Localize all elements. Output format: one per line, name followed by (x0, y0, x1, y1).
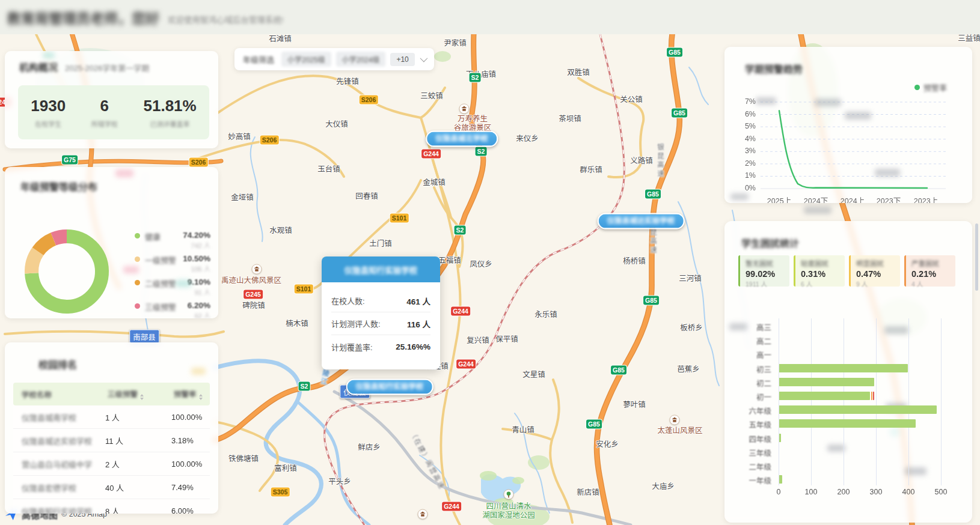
stat-schools-label: 所辖学校 (91, 119, 118, 129)
glass-blur-blob (43, 52, 55, 58)
legend-values: 74.20%742 人 (183, 231, 210, 250)
legend-count: 742 人 (183, 240, 210, 250)
legend-count: 62 人 (188, 311, 210, 318)
legend-label: 三级预警 (145, 301, 176, 312)
trend-ytick-label: 2% (732, 159, 756, 168)
distress-card-label: 明显困扰 (856, 258, 900, 268)
glass-blur-blob (115, 169, 133, 177)
table-row[interactable]: 营山县白马初级中学2 人100.00% (13, 452, 210, 476)
marker-school-name: 仪陇县城达实验学校 (607, 217, 675, 225)
distress-card-count: 4 人 (911, 279, 955, 288)
trend-legend-item[interactable]: 预警率 (914, 82, 947, 93)
bar-category-label: 初一 (726, 391, 771, 402)
bar-xtick-label: 300 (864, 488, 888, 496)
bar-xtick-label: 500 (929, 488, 953, 496)
trend-ytick-label: 4% (732, 135, 756, 143)
sort-icon[interactable] (199, 394, 203, 400)
glass-blur-blob (815, 99, 841, 106)
table-row[interactable]: 仪陇县城达实验学校11 人3.18% (13, 429, 210, 452)
glass-blur-blob (884, 326, 908, 334)
school-map-marker[interactable]: 仪陇县城达实验学校 (598, 213, 685, 229)
col-school-name: 学校名称 (13, 389, 108, 400)
bar-value (779, 364, 908, 372)
bar-category-label: 一年级 (726, 475, 771, 486)
school-map-marker[interactable]: 仪陇县知行实验学校 (346, 379, 433, 395)
school-map-marker[interactable]: 仪陇县城北学校 (426, 131, 498, 147)
grid-line (779, 318, 779, 485)
grade-filter-more-tag[interactable]: +10 (390, 53, 414, 66)
distress-card-label: 轻度困扰 (801, 258, 845, 268)
stat-coverage-label: 已测评覆盖率 (143, 119, 196, 129)
distress-card-count: 9 人 (856, 279, 900, 288)
table-row[interactable]: 仪陇县城南学校1 人100.00% (13, 405, 210, 429)
school-name-cell: 仪陇县知行实验学校 (13, 505, 105, 514)
grid-line (908, 318, 909, 485)
legend-percent: 74.20% (183, 231, 210, 240)
table-row[interactable]: 仪陇县宏德学校40 人7.49% (13, 476, 210, 499)
school-ranking-title: 校园排名 (38, 357, 77, 371)
warning-count-cell: 8 人 (105, 505, 171, 514)
stat-students: 1930 在校学生 (31, 97, 66, 129)
legend-item[interactable]: 一级预警10.50%105 人 (135, 254, 210, 273)
greeting-text: 教育局管理员老师，您好 (7, 7, 159, 28)
popup-header: 仪陇县知行实验学校 (322, 256, 440, 282)
panel-school-ranking: 校园排名 学校名称 三级预警 预警率 仪陇县城南学校1 人100.00%仪陇县城… (5, 342, 218, 514)
grid-line (844, 318, 844, 485)
trend-xtick-label: 2023上 (908, 195, 944, 203)
legend-item[interactable]: 二级预警9.10%91 人 (135, 278, 210, 297)
trend-ytick-label: 3% (732, 147, 756, 155)
trend-xtick-label: 2024上 (835, 195, 871, 203)
sort-icon[interactable] (140, 394, 144, 400)
marker-school-name: 仪陇县城北学校 (435, 135, 488, 143)
trend-ytick-label: 1% (732, 171, 756, 180)
glass-blur-blob (845, 112, 871, 120)
warning-count-cell: 11 人 (105, 435, 171, 446)
col-warning-rate[interactable]: 预警率 (174, 388, 210, 400)
warning-donut-chart (22, 226, 112, 317)
warning-rate-cell: 3.18% (171, 436, 210, 445)
grade-filter-tag[interactable]: 小学2024级 (336, 52, 386, 67)
table-row[interactable]: 仪陇县知行实验学校8 人6.00% (13, 499, 210, 514)
glass-blur-blob (756, 97, 776, 105)
legend-percent: 10.50% (183, 254, 210, 263)
legend-count: 105 人 (183, 264, 210, 273)
popup-row-planned: 计划测评人数:116 人 (331, 312, 430, 335)
org-overview-title: 机构概况 (19, 59, 58, 74)
glass-blur-blob (176, 280, 191, 287)
distress-card-label: 严重困扰 (911, 258, 955, 268)
distress-card: 轻度困扰0.31%6 人 (794, 255, 845, 287)
legend-values: 6.20%62 人 (188, 301, 210, 318)
bar-category-label: 六年级 (726, 405, 771, 416)
bar-category-label: 二年级 (726, 461, 771, 472)
panel-org-overview: 机构概况 2025-2026学年第一学期 1930 在校学生 6 所辖学校 51… (5, 51, 218, 148)
distress-card: 明显困扰0.47%9 人 (849, 255, 900, 287)
warning-rate-cell: 7.49% (171, 483, 210, 492)
grade-filter-bar[interactable]: 年级筛选 小学2025级 小学2024级 +10 (234, 48, 434, 70)
school-name-cell: 营山县白马初级中学 (13, 458, 105, 470)
distress-card-count: 1911 人 (746, 279, 789, 288)
grade-filter-tag[interactable]: 小学2025级 (281, 52, 331, 67)
trend-xtick-label: 2025上 (761, 195, 797, 203)
trend-legend-label: 预警率 (923, 82, 947, 93)
bar-category-label: 高三 (726, 321, 771, 333)
stat-students-label: 在校学生 (31, 119, 66, 129)
legend-item[interactable]: 三级预警6.20%62 人 (135, 301, 210, 318)
bar-overlay-segment (873, 392, 874, 400)
col-warning-count[interactable]: 三级预警 (108, 388, 174, 400)
trend-line-chart (724, 47, 972, 203)
scrollbar-thumb[interactable] (975, 223, 978, 291)
distress-cards-row: 暂无困扰99.02%1911 人轻度困扰0.31%6 人明显困扰0.47%9 人… (738, 255, 955, 287)
chevron-down-icon[interactable] (420, 55, 428, 62)
distress-card: 严重困扰0.21%4 人 (904, 255, 955, 287)
stat-schools: 6 所辖学校 (91, 97, 118, 129)
bar-xtick-label: 400 (896, 488, 920, 496)
stat-students-value: 1930 (31, 97, 66, 115)
bar-value (779, 405, 937, 414)
bar-category-label: 五年级 (726, 419, 771, 430)
legend-label: 健康 (145, 231, 161, 242)
bar-category-label: 四年级 (726, 433, 771, 445)
trend-xtick-label: 2023下 (871, 195, 907, 203)
legend-count: 91 人 (188, 287, 210, 297)
legend-item[interactable]: 健康74.20%742 人 (135, 231, 210, 250)
warning-rate-cell: 100.00% (171, 413, 210, 422)
